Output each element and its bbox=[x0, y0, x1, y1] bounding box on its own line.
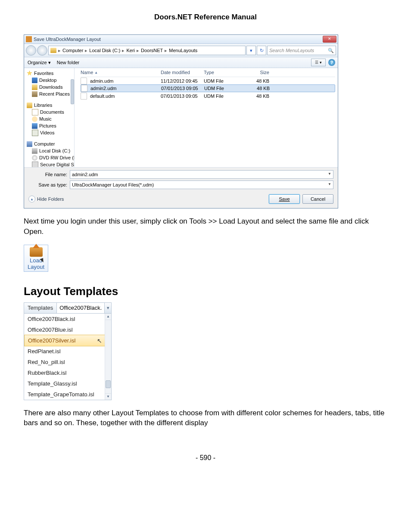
scroll-up-icon[interactable]: ▲ bbox=[105, 314, 111, 320]
search-input[interactable]: Search MenuLayouts 🔍 bbox=[267, 46, 336, 55]
sd-icon bbox=[32, 162, 38, 168]
templates-dropdown-button[interactable]: ▼ bbox=[104, 303, 111, 313]
template-item[interactable]: Red_No_pill.isl bbox=[24, 357, 111, 367]
nav-videos[interactable]: Videos bbox=[27, 129, 74, 136]
load-layout-label-2: Layout bbox=[24, 264, 48, 270]
template-item[interactable]: RubberBlack.isl bbox=[24, 367, 111, 378]
nav-pane: Favorites Desktop Downloads Recent Place… bbox=[24, 68, 75, 167]
videos-icon bbox=[32, 130, 38, 136]
file-date: 11/12/2012 09:45 bbox=[161, 78, 204, 84]
filename-field[interactable]: admin2.udm ▼ bbox=[70, 170, 333, 179]
nav-label: Computer bbox=[34, 141, 55, 146]
nav-label: Desktop bbox=[39, 78, 56, 83]
template-item[interactable]: Office2007Blue.isl bbox=[24, 324, 111, 335]
file-icon bbox=[81, 93, 87, 100]
forward-button[interactable] bbox=[37, 45, 47, 56]
file-icon bbox=[81, 78, 87, 84]
breadcrumb[interactable]: ▸ Computer ▸ Local Disk (C:) ▸ Keri ▸ Do… bbox=[48, 46, 246, 55]
desktop-icon bbox=[32, 78, 37, 83]
nav-label: Libraries bbox=[34, 103, 52, 108]
template-item[interactable]: Template_Glassy.isl bbox=[24, 378, 111, 389]
sort-asc-icon: ▲ bbox=[94, 71, 98, 75]
nav-dvd[interactable]: DVD RW Drive (D: bbox=[27, 154, 74, 161]
templates-label: Templates bbox=[24, 303, 57, 313]
templates-head: Templates Office2007Black. ▼ bbox=[24, 303, 111, 314]
column-headers[interactable]: Name▲ Date modified Type Size bbox=[81, 68, 335, 77]
new-folder-button[interactable]: New folder bbox=[57, 60, 80, 65]
nav-computer[interactable]: Computer bbox=[27, 140, 74, 147]
scrollbar-thumb[interactable] bbox=[71, 79, 74, 104]
template-item[interactable]: Template_GrapeTomato.isl bbox=[24, 389, 111, 400]
nav-music[interactable]: Music bbox=[27, 115, 74, 122]
template-item[interactable]: Office2007Silver.isl↖ bbox=[24, 335, 111, 346]
cancel-button[interactable]: Cancel bbox=[302, 194, 333, 204]
template-item[interactable]: RedPlanet.isl bbox=[24, 346, 111, 357]
breadcrumb-segment[interactable]: Keri bbox=[126, 48, 135, 53]
breadcrumb-segment[interactable]: Local Disk (C:) bbox=[89, 48, 120, 53]
nav-label: Pictures bbox=[39, 123, 56, 128]
templates-value[interactable]: Office2007Black. bbox=[57, 303, 104, 313]
file-date: 07/01/2013 09:05 bbox=[161, 93, 204, 99]
body-paragraph: There are also many other Layout Templat… bbox=[24, 408, 387, 429]
breadcrumb-segment[interactable]: DoorsNET bbox=[141, 48, 163, 53]
help-button[interactable]: ? bbox=[328, 59, 335, 66]
nav-label: Downloads bbox=[39, 84, 62, 90]
nav-label: Favorites bbox=[34, 71, 53, 76]
file-row[interactable]: default.udm07/01/2013 09:05UDM File48 KB bbox=[81, 92, 335, 100]
chevron-up-icon: ▲ bbox=[28, 196, 35, 202]
nav-recent[interactable]: Recent Places bbox=[27, 90, 74, 97]
file-row[interactable]: admin.udm11/12/2012 09:45UDM File48 KB bbox=[81, 77, 335, 84]
scroll-down-icon[interactable]: ▼ bbox=[105, 393, 111, 400]
col-date[interactable]: Date modified bbox=[161, 70, 204, 75]
scrollbar-thumb[interactable] bbox=[106, 380, 111, 388]
nav-label: Local Disk (C:) bbox=[39, 148, 70, 153]
file-type: UDM File bbox=[204, 93, 239, 99]
nav-label: Documents bbox=[40, 109, 64, 115]
saveastype-label: Save as type: bbox=[28, 182, 67, 187]
toolbar: Organize ▾ New folder ☰ ▾ ? bbox=[24, 57, 338, 68]
organize-menu[interactable]: Organize ▾ bbox=[28, 60, 51, 65]
downloads-icon bbox=[32, 84, 37, 90]
templates-dropdown: Templates Office2007Black. ▼ Office2007B… bbox=[24, 302, 112, 400]
nav-localdisk[interactable]: Local Disk (C:) bbox=[27, 147, 74, 154]
template-item[interactable]: Office2007Black.isl bbox=[24, 314, 111, 324]
nav-secure[interactable]: Secure Digital Stc bbox=[27, 161, 74, 167]
nav-libraries[interactable]: Libraries bbox=[27, 102, 74, 109]
nav-pictures[interactable]: Pictures bbox=[27, 122, 74, 129]
file-row[interactable]: admin2.udm07/01/2013 09:05UDM File48 KB bbox=[81, 84, 335, 92]
main-area: Favorites Desktop Downloads Recent Place… bbox=[24, 68, 338, 167]
close-button[interactable]: ✕ bbox=[323, 36, 336, 43]
nav-downloads[interactable]: Downloads bbox=[27, 84, 74, 90]
saveastype-value: UltraDockManager Layout Files(*.udm) bbox=[72, 182, 154, 187]
history-dropdown[interactable]: ▾ bbox=[246, 46, 256, 55]
nav-label: Secure Digital Stc bbox=[40, 162, 75, 167]
nav-favorites[interactable]: Favorites bbox=[27, 70, 74, 77]
load-layout-button[interactable]: Load Layout bbox=[24, 245, 48, 272]
view-options-button[interactable]: ☰ ▾ bbox=[311, 59, 326, 66]
col-type[interactable]: Type bbox=[204, 70, 239, 75]
chevron-down-icon[interactable]: ▼ bbox=[328, 172, 331, 176]
address-bar-row: ▸ Computer ▸ Local Disk (C:) ▸ Keri ▸ Do… bbox=[24, 44, 338, 57]
body-paragraph: Next time you login under this user, sim… bbox=[24, 216, 387, 237]
filename-value: admin2.udm bbox=[72, 172, 98, 177]
section-heading: Layout Templates bbox=[24, 285, 387, 298]
file-icon bbox=[81, 85, 87, 92]
file-name: admin2.udm bbox=[90, 86, 117, 91]
saveastype-field[interactable]: UltraDockManager Layout Files(*.udm) ▼ bbox=[70, 180, 333, 189]
load-layout-label-1: Load bbox=[24, 257, 48, 264]
col-name[interactable]: Name▲ bbox=[81, 70, 161, 75]
refresh-button[interactable]: ↻ bbox=[257, 46, 266, 55]
save-dialog: Save UltraDockManager Layout ✕ ▸ Compute… bbox=[24, 34, 338, 208]
col-size[interactable]: Size bbox=[239, 70, 274, 75]
templates-scrollbar[interactable]: ▲ ▼ bbox=[105, 314, 111, 400]
chevron-down-icon[interactable]: ▼ bbox=[328, 182, 331, 186]
hide-folders-toggle[interactable]: ▲ Hide Folders bbox=[28, 196, 64, 202]
titlebar: Save UltraDockManager Layout ✕ bbox=[24, 35, 338, 44]
nav-desktop[interactable]: Desktop bbox=[27, 77, 74, 84]
save-button[interactable]: Save bbox=[269, 194, 300, 204]
nav-label: Music bbox=[39, 116, 52, 121]
breadcrumb-segment[interactable]: Computer bbox=[62, 48, 83, 53]
breadcrumb-segment[interactable]: MenuLayouts bbox=[169, 48, 197, 53]
nav-documents[interactable]: Documents bbox=[27, 109, 74, 115]
back-button[interactable] bbox=[26, 45, 36, 56]
